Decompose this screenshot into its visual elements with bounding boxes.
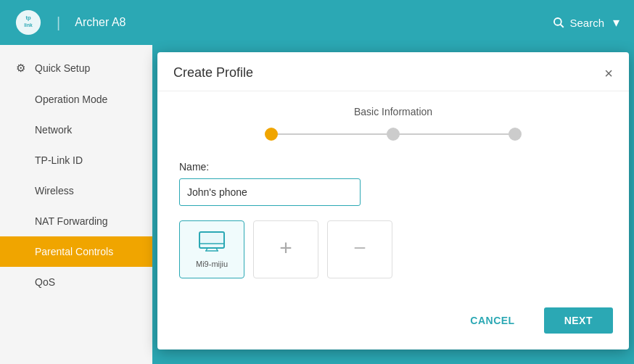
logo-area: tp link | Archer A8 (15, 9, 125, 36)
search-label: Search (569, 17, 604, 29)
device-cards: Mi9-mijiu + − (179, 220, 607, 278)
sidebar-item-quick-setup[interactable]: ⚙ Quick Setup (0, 52, 152, 84)
dialog-overlay: Create Profile × Basic Information (152, 45, 634, 364)
sidebar-item-tp-link-id[interactable]: TP-Link ID (0, 145, 152, 175)
step-circles (265, 128, 522, 141)
sidebar-label-tp-link-id: TP-Link ID (35, 154, 83, 166)
content-area: Create Profile × Basic Information (152, 45, 634, 364)
sidebar-item-wireless[interactable]: Wireless (0, 175, 152, 206)
add-icon: + (279, 236, 292, 260)
sidebar-item-operation-mode[interactable]: Operation Mode (0, 84, 152, 115)
name-form-group: Name: (179, 161, 607, 206)
main-layout: ⚙ Quick Setup Operation Mode Network TP-… (0, 45, 634, 364)
next-button[interactable]: NEXT (544, 307, 613, 334)
sidebar-label-parental-controls: Parental Controls (35, 246, 113, 257)
sidebar-item-qos[interactable]: QoS (0, 267, 152, 297)
header-right: Search ▾ (552, 15, 619, 30)
account-dropdown[interactable]: ▾ (613, 15, 619, 30)
progress-bar (179, 128, 607, 141)
name-label: Name: (179, 161, 607, 173)
search-icon (552, 16, 565, 29)
sidebar-item-nat-forwarding[interactable]: NAT Forwarding (0, 206, 152, 236)
svg-line-4 (561, 25, 564, 28)
step-connector-1 (278, 133, 387, 135)
sidebar-item-parental-controls[interactable]: Parental Controls (0, 236, 152, 267)
sidebar-label-operation-mode: Operation Mode (35, 94, 107, 105)
product-name: Archer A8 (75, 16, 125, 29)
sidebar-item-network[interactable]: Network (0, 115, 152, 145)
device-card-remove[interactable]: − (327, 220, 392, 278)
name-input[interactable] (179, 178, 361, 206)
step-circle-1 (265, 128, 278, 141)
sidebar-label-nat-forwarding: NAT Forwarding (35, 215, 108, 227)
dialog-footer: CANCEL NEXT (157, 300, 629, 349)
device-card-mi9[interactable]: Mi9-mijiu (179, 220, 244, 278)
step-circle-2 (387, 128, 400, 141)
device-card-add[interactable]: + (253, 220, 318, 278)
dialog-body: Basic Information (157, 91, 629, 300)
step-connector-2 (400, 133, 509, 135)
svg-rect-5 (199, 232, 224, 248)
tp-link-logo-icon: tp link (15, 9, 42, 36)
step-label: Basic Information (179, 106, 607, 117)
close-button[interactable]: × (604, 66, 613, 80)
svg-point-3 (554, 18, 561, 25)
sidebar-label-quick-setup: Quick Setup (35, 62, 90, 74)
remove-icon: − (353, 236, 366, 260)
device-label-mi9: Mi9-mijiu (196, 260, 228, 268)
header-divider: | (57, 15, 60, 31)
create-profile-dialog: Create Profile × Basic Information (157, 52, 629, 349)
search-button[interactable]: Search (552, 16, 604, 29)
svg-text:link: link (24, 22, 33, 28)
sidebar-label-qos: QoS (35, 276, 55, 288)
sidebar-label-network: Network (35, 124, 72, 136)
sidebar-label-wireless: Wireless (35, 185, 74, 197)
quick-setup-icon: ⚙ (13, 62, 28, 75)
header: tp link | Archer A8 Search ▾ (0, 0, 634, 45)
dialog-title: Create Profile (173, 65, 253, 80)
svg-text:tp: tp (25, 15, 31, 21)
cancel-button[interactable]: CANCEL (450, 307, 535, 334)
sidebar: ⚙ Quick Setup Operation Mode Network TP-… (0, 45, 152, 364)
dialog-header: Create Profile × (157, 52, 629, 91)
step-circle-3 (509, 128, 522, 141)
monitor-icon (199, 231, 225, 257)
